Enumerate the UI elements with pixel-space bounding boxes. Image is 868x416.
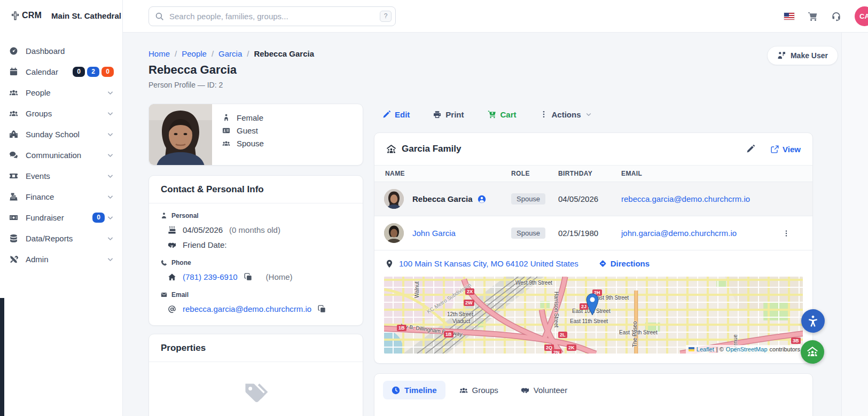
breadcrumb-family[interactable]: Garcia <box>218 49 242 58</box>
map-pin-icon <box>385 260 394 268</box>
sidebar-item-calendar[interactable]: Calendar 0 2 0 <box>0 61 122 82</box>
sidebar-item-dashboard[interactable]: Dashboard <box>0 41 122 61</box>
sidebar-item-label: Groups <box>26 109 52 118</box>
member-name-link[interactable]: John Garcia <box>412 229 456 238</box>
cart-label: Cart <box>501 110 517 119</box>
sidebar-item-finance[interactable]: Finance <box>0 186 122 207</box>
chevron-down-icon <box>585 111 592 117</box>
user-avatar[interactable]: CA <box>855 6 868 26</box>
left-column: Female Guest Spouse Contact & Personal I… <box>148 104 363 416</box>
sidebar: CRM Main St. Cathedral Dashboard Calenda… <box>0 0 123 416</box>
member-email-link[interactable]: rebecca.garcia@demo.churchcrm.io <box>621 194 750 203</box>
copy-icon <box>244 273 252 281</box>
map-marker-icon[interactable] <box>585 293 599 316</box>
member-email-link[interactable]: john.garcia@demo.churchcrm.io <box>621 229 737 238</box>
street-label: Walnut <box>414 281 420 298</box>
profile-attributes: Female Guest Spouse <box>212 104 264 165</box>
map[interactable]: West 9th Street East 9th Street East 10t… <box>384 277 803 354</box>
role-badge: Spouse <box>511 193 545 205</box>
sidebar-item-admin[interactable]: Admin <box>0 249 122 270</box>
ticket-icon <box>9 171 18 180</box>
family-address-row: 100 Main St Kansas City, MO 64102 United… <box>374 250 812 277</box>
house-family-icon <box>807 346 818 358</box>
edit-family-button[interactable] <box>746 145 755 153</box>
email-link[interactable]: rebecca.garcia@demo.churchcrm.io <box>183 304 311 313</box>
family-members-table: NAME ROLE BIRTHDAY EMAIL <box>374 166 812 250</box>
breadcrumb-sep: / <box>247 49 249 58</box>
breadcrumb-home[interactable]: Home <box>148 49 170 58</box>
edit-button[interactable]: Edit <box>382 110 410 119</box>
actions-menu-button[interactable]: Actions <box>540 110 592 119</box>
sidebar-item-groups[interactable]: Groups <box>0 103 122 124</box>
col-email: EMAIL <box>621 166 783 182</box>
phone-row: (781) 239-6910 (Home) <box>168 272 351 281</box>
main-content: Home/ People/ Garcia/ Rebecca Garcia Reb… <box>123 33 868 416</box>
phone-icon <box>161 260 167 266</box>
tab-timeline[interactable]: Timeline <box>383 381 445 399</box>
member-avatar <box>384 223 404 243</box>
table-row[interactable]: Rebecca Garcia Spouse 04/05/2026 rebecca… <box>374 182 812 216</box>
personal-section-label: Personal <box>161 212 351 219</box>
properties-card: Properties <box>148 334 363 416</box>
tab-volunteer[interactable]: Volunteer <box>512 381 576 399</box>
street-label: Viaduct <box>452 318 470 324</box>
cart-icon[interactable] <box>808 11 818 21</box>
family-address-link[interactable]: 100 Main St Kansas City, MO 64102 United… <box>399 259 578 268</box>
headset-icon[interactable] <box>831 11 841 21</box>
groups-icon <box>9 109 18 118</box>
member-name: Rebecca Garcia <box>412 194 486 203</box>
phone-link[interactable]: (781) 239-6910 <box>183 272 238 281</box>
route-shield: 1B <box>397 325 406 331</box>
family-card-header: Garcia Family View <box>374 133 812 166</box>
search-input[interactable] <box>148 6 396 26</box>
make-user-label: Make User <box>791 51 828 60</box>
directions-link[interactable]: Directions <box>599 259 650 268</box>
breadcrumb: Home/ People/ Garcia/ Rebecca Garcia <box>148 49 314 58</box>
chevron-down-icon <box>107 172 114 179</box>
sidebar-nav: Dashboard Calendar 0 2 0 People Groups S… <box>0 41 122 270</box>
view-family-button[interactable]: View <box>771 145 801 154</box>
copy-phone-button[interactable] <box>244 273 252 281</box>
phone-section-label: Phone <box>161 259 351 266</box>
row-menu-button[interactable] <box>783 229 790 238</box>
calendar-badge-dark: 0 <box>73 67 85 77</box>
route-shield: 2L <box>558 332 567 338</box>
sidebar-item-events[interactable]: Events <box>0 166 122 186</box>
breadcrumb-people[interactable]: People <box>182 49 207 58</box>
make-user-button[interactable]: Make User <box>767 46 838 65</box>
col-name: NAME <box>374 166 511 182</box>
calendar-badge-orange: 0 <box>101 67 114 77</box>
osm-link[interactable]: OpenStreetMap <box>726 346 768 352</box>
table-row[interactable]: John Garcia Spouse 02/15/1980 john.garci… <box>374 216 812 250</box>
sidebar-item-fundraiser[interactable]: Fundraiser 0 <box>0 207 122 228</box>
family-quick-button[interactable] <box>801 340 824 364</box>
money-bill-icon <box>9 213 18 222</box>
gender-row: Female <box>222 111 264 124</box>
copy-email-button[interactable] <box>318 305 326 313</box>
profile-summary-card: Female Guest Spouse <box>148 104 363 166</box>
sidebar-item-sunday-school[interactable]: Sunday School <box>0 124 122 145</box>
friend-date-row: Friend Date: <box>168 240 351 249</box>
brand[interactable]: CRM Main St. Cathedral <box>0 0 122 31</box>
cash-register-icon <box>9 192 18 201</box>
tags-icon <box>244 381 268 406</box>
sidebar-item-communication[interactable]: Communication <box>0 145 122 166</box>
add-to-cart-button[interactable]: Cart <box>488 110 517 119</box>
sidebar-item-data-reports[interactable]: Data/Reports <box>0 228 122 249</box>
route-shield: 2N <box>552 349 561 354</box>
handshake-icon <box>168 241 176 249</box>
at-icon <box>168 305 176 313</box>
sidebar-item-people[interactable]: People <box>0 82 122 103</box>
accessibility-button[interactable] <box>801 309 825 333</box>
tab-groups[interactable]: Groups <box>451 381 507 399</box>
print-button[interactable]: Print <box>433 110 464 119</box>
handshake-icon <box>521 386 529 395</box>
us-flag-icon[interactable] <box>784 13 794 20</box>
email-label: Email <box>171 291 189 299</box>
page-title: Rebecca Garcia <box>148 63 237 77</box>
print-label: Print <box>445 110 464 119</box>
family-title-text: Garcia Family <box>402 144 462 154</box>
leaflet-link[interactable]: Leaflet <box>697 346 714 352</box>
sidebar-item-label: Fundraiser <box>26 213 64 222</box>
edit-label: Edit <box>395 110 410 119</box>
